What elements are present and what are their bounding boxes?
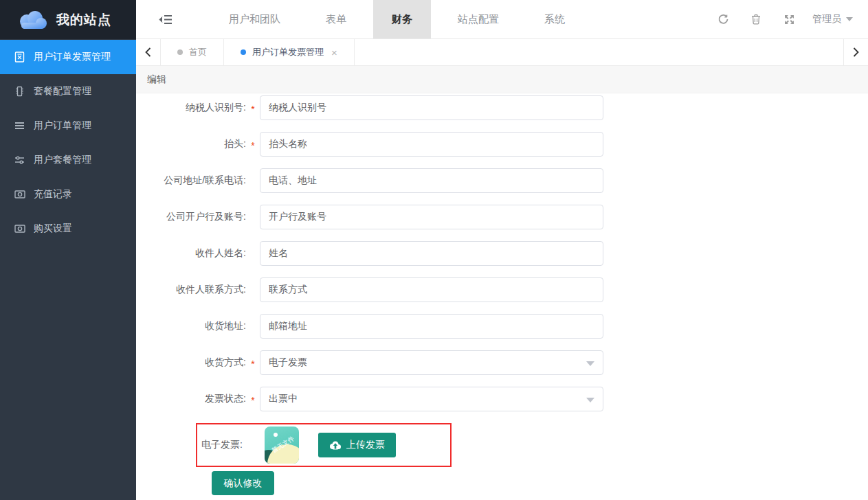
tab-forms[interactable]: 表单: [307, 0, 365, 38]
user-package-icon: [14, 155, 25, 166]
company-address-phone-input[interactable]: [260, 168, 603, 193]
form-row-delivery-address: 收货地址:: [136, 314, 868, 339]
sidebar-item-recharge-records[interactable]: 充值记录: [0, 177, 136, 212]
tab-dot: [241, 49, 246, 55]
field-label: 抬头:: [136, 138, 246, 150]
purchase-settings-icon: [14, 223, 25, 235]
tab-site-config[interactable]: 站点配置: [439, 0, 518, 38]
form-row-taxpayer-id: 纳税人识别号: *: [136, 95, 868, 120]
tab-system[interactable]: 系统: [526, 0, 583, 38]
chevron-down-icon: [586, 398, 594, 402]
tab-home[interactable]: 首页: [161, 39, 224, 65]
brand-title: 我的站点: [56, 11, 111, 29]
required-marker-empty: [246, 326, 260, 328]
app-window: 我的站点 用户订单发票管理: [0, 0, 868, 500]
tab-label: 用户订单发票管理: [252, 46, 324, 58]
admin-label: 管理员: [812, 13, 841, 25]
field-label: 收件人联系方式:: [136, 284, 246, 296]
sidebar-item-user-packages[interactable]: 用户套餐管理: [0, 143, 136, 177]
close-icon[interactable]: ×: [331, 47, 337, 58]
thumb-sun-dot: [274, 433, 278, 437]
field-label: 收货地址:: [136, 320, 246, 332]
required-marker-empty: [246, 180, 260, 182]
recipient-name-input[interactable]: [260, 241, 603, 266]
invoice-edit-form: 纳税人识别号: * 抬头: * 公司地址/联系电话: 公司开户行及账号: 收: [136, 93, 868, 500]
electronic-invoice-label: 电子发票:: [197, 439, 243, 451]
delivery-address-input[interactable]: [260, 314, 603, 339]
bank-account-input[interactable]: [260, 205, 603, 229]
tab-scroll-right-icon[interactable]: [843, 39, 868, 65]
confirm-changes-button[interactable]: 确认修改: [212, 471, 274, 495]
tab-finance[interactable]: 财务: [373, 0, 431, 38]
package-config-icon: [14, 86, 25, 98]
required-marker: *: [246, 357, 260, 369]
main-area: 用户和团队 表单 财务 站点配置 系统: [136, 0, 868, 500]
sidebar-item-user-order-invoice[interactable]: 用户订单发票管理: [0, 40, 136, 74]
sidebar-item-label: 用户套餐管理: [34, 154, 91, 166]
brand-header: 我的站点: [0, 0, 136, 39]
tab-scroll-left-icon[interactable]: [136, 39, 161, 65]
fullscreen-icon[interactable]: [772, 0, 805, 38]
sidebar-item-label: 套餐配置管理: [34, 85, 91, 98]
sidebar-item-label: 购买设置: [34, 223, 72, 235]
form-row-bank-account: 公司开户行及账号:: [136, 205, 868, 229]
tab-users-teams[interactable]: 用户和团队: [210, 0, 299, 38]
tab-user-order-invoice[interactable]: 用户订单发票管理 ×: [224, 39, 355, 65]
top-nav: 用户和团队 表单 财务 站点配置 系统: [136, 0, 868, 39]
sidebar-item-package-config[interactable]: 套餐配置管理: [0, 74, 136, 109]
form-row-recipient-name: 收件人姓名:: [136, 241, 868, 266]
form-row-company-address-phone: 公司地址/联系电话:: [136, 168, 868, 193]
invoice-status-select[interactable]: 出票中: [260, 387, 603, 411]
chevron-down-icon: [586, 361, 594, 366]
required-marker: *: [246, 394, 260, 405]
upload-invoice-label: 上传发票: [346, 439, 385, 451]
taxpayer-id-input[interactable]: [260, 95, 603, 120]
field-label: 公司开户行及账号:: [136, 211, 246, 223]
sidebar-item-user-orders[interactable]: 用户订单管理: [0, 109, 136, 143]
sidebar-menu: 用户订单发票管理 套餐配置管理 用户订单管理: [0, 39, 136, 246]
order-list-icon: [14, 120, 25, 132]
delivery-method-select[interactable]: 电子发票: [260, 350, 603, 375]
chevron-down-icon: [846, 17, 853, 21]
form-row-title: 抬头: *: [136, 132, 868, 157]
cloud-logo-icon: [16, 10, 48, 30]
tab-dot: [177, 49, 183, 55]
form-row-invoice-status: 发票状态: * 出票中: [136, 387, 868, 411]
invoice-file-placeholder-image[interactable]: 暂无文件: [265, 427, 299, 464]
required-marker-empty: [246, 289, 260, 291]
topnav-spacer: [583, 0, 706, 38]
invoice-title-input[interactable]: [260, 132, 603, 157]
required-marker-empty: [246, 216, 260, 218]
admin-menu[interactable]: 管理员: [805, 0, 868, 38]
section-title-bar: 编辑: [136, 66, 868, 93]
form-row-delivery-method: 收货方式: * 电子发票: [136, 350, 868, 375]
page-tab-bar: 首页 用户订单发票管理 ×: [136, 39, 868, 66]
sidebar-item-label: 用户订单发票管理: [34, 51, 111, 63]
field-label: 收货方式:: [136, 356, 246, 369]
invoice-file-icon: [14, 52, 25, 63]
section-title: 编辑: [147, 73, 166, 86]
tab-label: 首页: [189, 46, 207, 58]
upload-invoice-button[interactable]: 上传发票: [318, 433, 396, 457]
recipient-contact-input[interactable]: [260, 277, 603, 302]
select-value: 电子发票: [269, 356, 307, 369]
recharge-record-icon: [14, 189, 25, 201]
field-label: 公司地址/联系电话:: [136, 174, 246, 187]
form-row-recipient-contact: 收件人联系方式:: [136, 277, 868, 302]
sidebar-item-purchase-settings[interactable]: 购买设置: [0, 212, 136, 246]
sidebar: 我的站点 用户订单发票管理: [0, 0, 136, 500]
field-label: 收件人姓名:: [136, 247, 246, 260]
electronic-invoice-highlight-box: 电子发票: 暂无文件: [196, 423, 452, 467]
trash-icon[interactable]: [739, 0, 772, 38]
sidebar-item-label: 充值记录: [34, 188, 72, 201]
sidebar-item-label: 用户订单管理: [34, 120, 91, 132]
refresh-icon[interactable]: [706, 0, 739, 38]
collapse-menu-icon[interactable]: [136, 0, 195, 38]
cloud-upload-icon: [329, 440, 342, 450]
field-label: 发票状态:: [136, 393, 246, 405]
select-value: 出票中: [269, 393, 298, 405]
required-marker-empty: [246, 253, 260, 255]
required-marker: *: [246, 102, 260, 114]
field-label: 纳税人识别号:: [136, 102, 246, 114]
required-marker: *: [246, 139, 260, 150]
